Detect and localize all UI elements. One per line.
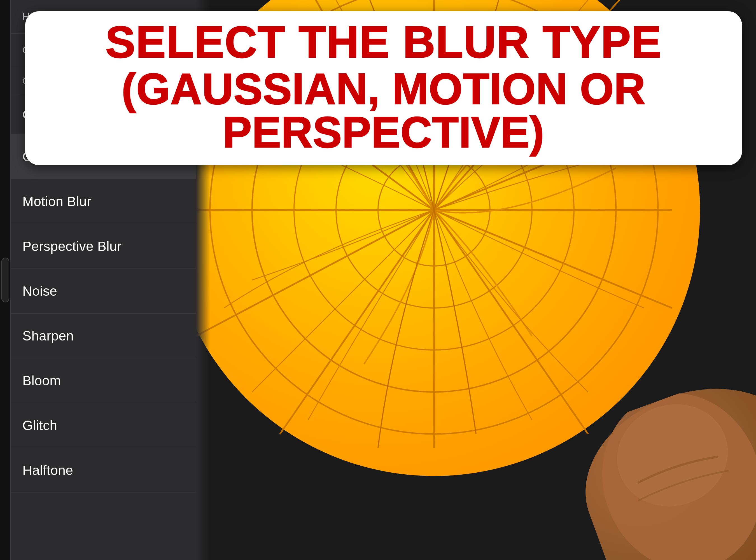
menu-item-noise[interactable]: Noise	[11, 269, 196, 314]
annotation-box: SELECT THE BLUR TYPE (GAUSSIAN, MOTION O…	[25, 11, 742, 165]
menu-item-glitch[interactable]: Glitch	[11, 403, 196, 448]
svg-line-7	[280, 210, 434, 434]
svg-line-8	[196, 210, 434, 336]
menu-item-sharpen[interactable]: Sharpen	[11, 314, 196, 358]
menu-item-halftone[interactable]: Halftone	[11, 448, 196, 493]
annotation-line1: SELECT THE BLUR TYPE	[42, 20, 725, 64]
annotation-line2: (GAUSSIAN, MOTION OR PERSPECTIVE)	[42, 67, 725, 154]
menu-item-bloom[interactable]: Bloom	[11, 358, 196, 403]
ipad-home-button	[1, 258, 9, 302]
menu-item-perspective-blur[interactable]: Perspective Blur	[11, 224, 196, 269]
menu-item-motion-blur[interactable]: Motion Blur	[11, 179, 196, 224]
ipad-bezel	[0, 0, 11, 560]
svg-line-4	[434, 210, 672, 308]
